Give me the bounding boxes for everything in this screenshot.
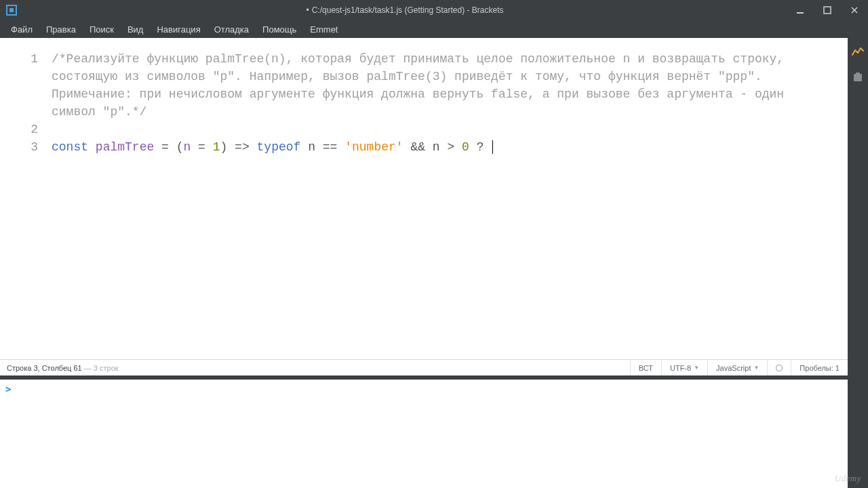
- window-controls: [787, 0, 868, 20]
- menu-debug[interactable]: Отладка: [208, 22, 256, 37]
- maximize-button[interactable]: [814, 0, 841, 20]
- tok-eqeq: ==: [315, 140, 344, 154]
- blank-line: [52, 123, 59, 136]
- tok-number: 0: [462, 140, 469, 154]
- extension-manager-icon[interactable]: [851, 70, 865, 84]
- tok-ident-n: n: [183, 140, 191, 154]
- menu-help[interactable]: Помощь: [256, 22, 303, 37]
- menu-file[interactable]: Файл: [4, 22, 39, 37]
- menu-edit[interactable]: Правка: [39, 22, 83, 37]
- tok-ident-n: n: [308, 140, 315, 154]
- dirty-indicator: •: [307, 5, 309, 15]
- status-spaces[interactable]: Пробелы: 1: [791, 360, 848, 375]
- menu-emmet[interactable]: Emmet: [303, 22, 344, 37]
- chevron-down-icon: ▼: [694, 365, 699, 371]
- svg-rect-7: [856, 73, 860, 75]
- tok-ident-palmtree: palmTree: [96, 140, 154, 154]
- tok-const: const: [52, 140, 88, 154]
- tok-ident-n: n: [433, 140, 440, 154]
- main-area: 1 2 3 /*Реализуйте функцию palmTree(n), …: [0, 38, 868, 488]
- statusbar: Строка 3, Столбец 61 — 3 строк ВСТ UTF-8…: [0, 359, 848, 375]
- menubar: Файл Правка Поиск Вид Навигация Отладка …: [0, 20, 868, 38]
- text-cursor: [492, 140, 493, 154]
- tok-assign: =: [154, 140, 176, 154]
- editor-wrap: 1 2 3 /*Реализуйте функцию palmTree(n), …: [0, 38, 848, 488]
- line-number: 1: [0, 50, 38, 68]
- status-language[interactable]: JavaScript▼: [707, 360, 767, 375]
- menu-find[interactable]: Поиск: [83, 22, 121, 37]
- status-cursor-pos[interactable]: Строка 3, Столбец 61 — 3 строк: [0, 364, 125, 372]
- window-title: •C:/quest-js1/task/task1.js (Getting Sta…: [23, 5, 787, 15]
- svg-rect-2: [797, 12, 804, 14]
- tok-typeof: typeof: [257, 140, 301, 154]
- code-editor[interactable]: 1 2 3 /*Реализуйте функцию palmTree(n), …: [0, 38, 848, 359]
- live-preview-icon[interactable]: [851, 45, 865, 58]
- menu-view[interactable]: Вид: [121, 22, 151, 37]
- line-number: 3: [0, 138, 38, 156]
- tok-arrow: =>: [227, 140, 256, 154]
- close-button[interactable]: [841, 0, 868, 20]
- tok-lparen: (: [176, 140, 184, 154]
- tok-gt: >: [440, 140, 462, 154]
- code-content[interactable]: /*Реализуйте функцию palmTree(n), котора…: [49, 38, 848, 359]
- console-prompt: >: [5, 384, 11, 394]
- line-number: 2: [0, 121, 38, 138]
- status-insert-mode[interactable]: ВСТ: [630, 360, 661, 375]
- chevron-down-icon: ▼: [753, 365, 759, 371]
- circle-icon: [776, 365, 783, 371]
- app-icon: [5, 4, 18, 16]
- code-comment: /*Реализуйте функцию palmTree(n), котора…: [52, 52, 791, 119]
- tok-qmark: ?: [469, 140, 491, 154]
- gutter: 1 2 3: [0, 38, 49, 359]
- svg-rect-3: [824, 7, 831, 14]
- svg-rect-1: [9, 8, 14, 12]
- tok-space: [300, 140, 308, 154]
- menu-navigate[interactable]: Навигация: [150, 22, 207, 37]
- status-encoding[interactable]: UTF-8▼: [661, 360, 707, 375]
- minimize-button[interactable]: [787, 0, 814, 20]
- tok-string: 'number': [344, 140, 403, 154]
- tok-number: 1: [213, 140, 220, 154]
- tok-and: &&: [403, 140, 433, 154]
- tok-rparen: ): [220, 140, 228, 154]
- titlebar: •C:/quest-js1/task/task1.js (Getting Sta…: [0, 0, 868, 20]
- tok-assign: =: [191, 140, 212, 154]
- svg-rect-6: [854, 74, 862, 81]
- console-panel[interactable]: >: [0, 380, 848, 488]
- status-lint-indicator[interactable]: [767, 360, 791, 375]
- right-toolbar: [848, 38, 868, 488]
